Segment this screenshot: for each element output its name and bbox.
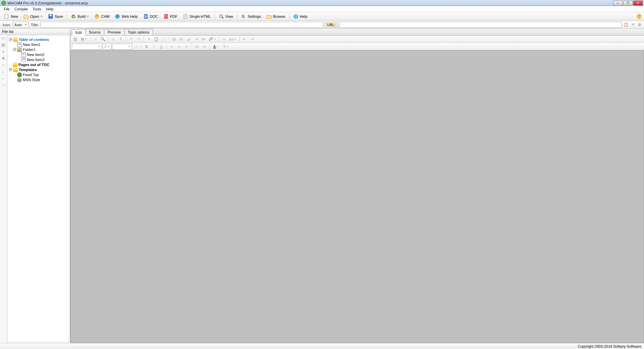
- table-icon[interactable]: ▦▼: [79, 36, 89, 42]
- tab-source[interactable]: Source: [85, 29, 104, 35]
- singlehtml-button[interactable]: Single HTML: [180, 13, 213, 20]
- maximize-button[interactable]: ❐: [623, 1, 633, 5]
- link-icon[interactable]: ↗: [630, 22, 635, 27]
- clear-format-icon[interactable]: Aͯ: [178, 36, 185, 42]
- font-style-select[interactable]: ▼: [112, 44, 132, 50]
- menu-file[interactable]: File: [1, 6, 12, 12]
- collapse-icon[interactable]: ▾: [13, 48, 16, 51]
- indent-icon[interactable]: ⇥: [193, 36, 200, 42]
- cancel-icon[interactable]: ⊘: [637, 22, 642, 27]
- title-label: Title:: [30, 23, 39, 27]
- br-button[interactable]: BR: [200, 36, 207, 42]
- undo-icon[interactable]: ↶: [128, 36, 135, 42]
- move-up-icon[interactable]: ↑: [1, 63, 6, 67]
- help-button[interactable]: ?Help: [291, 13, 310, 20]
- menu-compile[interactable]: Compile: [12, 6, 30, 12]
- clear-icon[interactable]: ◌: [133, 44, 140, 50]
- copy-icon[interactable]: 📋: [153, 36, 160, 42]
- title-input[interactable]: [41, 22, 323, 28]
- highlight-icon[interactable]: ✎▼: [221, 44, 231, 50]
- add-icon[interactable]: ＋: [1, 49, 6, 54]
- save-label: Save: [55, 14, 63, 18]
- editor-toolbar-1: 🖼 ▦▼ ✓ 🔍 ≡ ¶ ↶ ↷ ✂ 📋 📄 ▨ Aͯ 🖌 ⇥ BR 🔗▼ ▭ …: [70, 36, 644, 43]
- menu-help[interactable]: Help: [44, 6, 56, 12]
- div-icon[interactable]: ▭: [221, 36, 227, 42]
- tree-node-item1[interactable]: New Item1: [9, 42, 68, 47]
- chm-button[interactable]: ?CHM: [92, 13, 112, 20]
- folder-icon: [13, 37, 18, 42]
- pdf-button[interactable]: PDFPDF: [161, 13, 180, 20]
- new-page-icon[interactable]: ▭: [1, 36, 6, 41]
- delete-icon[interactable]: ✕: [1, 56, 6, 61]
- webhelp-button[interactable]: Web Help: [112, 13, 140, 20]
- align-center-icon[interactable]: ≡: [176, 44, 182, 50]
- format-painter-icon[interactable]: 🖌: [185, 36, 192, 42]
- build-button[interactable]: Build▼: [68, 13, 91, 20]
- move-down-icon[interactable]: ↓: [1, 69, 6, 74]
- unordered-list-icon[interactable]: •≡: [201, 44, 208, 50]
- tab-preview[interactable]: Preview: [104, 29, 124, 35]
- find-icon[interactable]: 🔍: [100, 36, 106, 42]
- image-icon[interactable]: 🖼: [72, 36, 78, 42]
- hr-icon[interactable]: ≡: [110, 36, 117, 42]
- style-icon[interactable]: Aa▼: [228, 36, 237, 42]
- font-color-icon[interactable]: A▼: [211, 44, 221, 50]
- underline-icon[interactable]: U: [158, 44, 165, 50]
- bold-icon[interactable]: B: [143, 44, 150, 50]
- paragraph-icon[interactable]: ¶: [117, 36, 124, 42]
- close-button[interactable]: ✕: [633, 1, 643, 5]
- new-button[interactable]: New: [2, 13, 20, 20]
- link-icon[interactable]: 🔗▼: [208, 36, 217, 42]
- menu-tools[interactable]: Tools: [30, 6, 44, 12]
- open-button[interactable]: Open▼: [21, 13, 45, 20]
- separator: [169, 37, 169, 42]
- tree-node-folder1[interactable]: ▾ Folder1: [9, 47, 68, 52]
- settings-button[interactable]: Settings: [238, 13, 263, 20]
- tree-node-pages-out[interactable]: Pages out of TOC: [9, 62, 68, 67]
- tree-node-tpl2[interactable]: MSN Style: [9, 77, 68, 82]
- collapse-icon[interactable]: ▾: [9, 68, 12, 71]
- tree-label: Table of contents: [19, 38, 49, 42]
- font-family-select[interactable]: ▼: [72, 44, 102, 50]
- folder-icon: [13, 67, 18, 72]
- tab-edit[interactable]: Edit: [72, 29, 86, 36]
- tree-node-toc[interactable]: ▾ Table of contents: [9, 37, 68, 42]
- fill-icon[interactable]: ▨: [171, 36, 177, 42]
- increase-indent-icon[interactable]: ⇥: [249, 36, 255, 42]
- italic-icon[interactable]: I: [151, 44, 157, 50]
- svg-rect-2: [50, 15, 52, 16]
- align-left-icon[interactable]: ≡: [168, 44, 175, 50]
- move-right-icon[interactable]: →: [1, 83, 6, 88]
- minimize-button[interactable]: —: [613, 1, 623, 5]
- svg-text:PDF: PDF: [163, 14, 169, 18]
- browse-button[interactable]: Browse: [264, 13, 288, 20]
- new-folder-icon[interactable]: ▤: [1, 43, 6, 47]
- editor-canvas[interactable]: [70, 50, 644, 343]
- pdf-label: PDF: [170, 14, 177, 18]
- collapse-icon[interactable]: ▾: [9, 38, 12, 41]
- icon-select[interactable]: Auto ▼: [13, 22, 29, 28]
- tree-label: New Item1: [23, 43, 41, 47]
- tree-node-tpl1[interactable]: Fixed Top: [9, 72, 68, 77]
- align-right-icon[interactable]: ≡: [183, 44, 190, 50]
- cut-icon[interactable]: ✂: [146, 36, 152, 42]
- save-button[interactable]: Save: [46, 13, 65, 20]
- redo-icon[interactable]: ↷: [135, 36, 142, 42]
- paste-icon[interactable]: 📄: [160, 36, 167, 42]
- toolbar-options-icon[interactable]: ?: [636, 14, 641, 19]
- app-icon: [1, 1, 6, 5]
- browse-label: Browse: [273, 14, 285, 18]
- doc-button[interactable]: WDOC: [141, 13, 160, 20]
- tree-node-templates[interactable]: ▾ Templates: [9, 67, 68, 72]
- decrease-indent-icon[interactable]: ⇤: [241, 36, 248, 42]
- font-size-select[interactable]: 3▼: [103, 44, 111, 50]
- view-button[interactable]: View: [216, 13, 236, 20]
- spellcheck-icon[interactable]: ✓: [92, 36, 99, 42]
- move-left-icon[interactable]: ←: [1, 76, 6, 81]
- ordered-list-icon[interactable]: 1≡: [194, 44, 200, 50]
- tree-node-item2[interactable]: New Item2: [9, 52, 68, 57]
- copy-icon[interactable]: 📋: [623, 22, 629, 27]
- tree-node-item3[interactable]: New Item3: [9, 57, 68, 62]
- tab-topic-options[interactable]: Topic options: [124, 29, 153, 35]
- url-input[interactable]: [339, 22, 622, 28]
